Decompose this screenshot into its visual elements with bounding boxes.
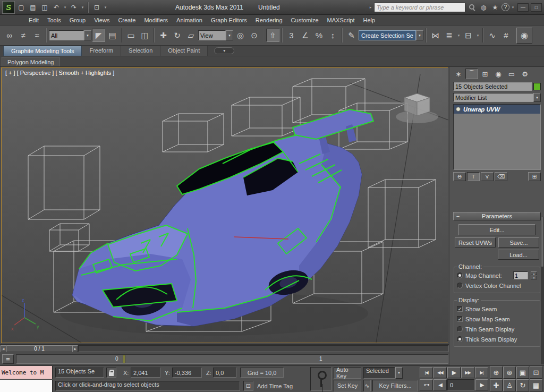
modifier-stack-item[interactable]: Unwrap UVW: [454, 105, 540, 114]
add-time-tag-button[interactable]: Add Time Tag: [257, 383, 293, 389]
time-tag-icon[interactable]: ⊡: [243, 381, 253, 391]
load-uvws-button[interactable]: Load...: [498, 250, 539, 260]
selection-filter-dropdown[interactable]: All ▾: [49, 30, 91, 40]
rollout-collapse-icon[interactable]: −: [454, 213, 462, 219]
named-selection-dropdown[interactable]: Create Selection Se ▾: [359, 30, 423, 40]
app-logo-icon[interactable]: S: [2, 1, 15, 14]
configure-modifier-sets-icon[interactable]: ⊞: [528, 172, 541, 181]
tab-graphite-modeling-tools[interactable]: Graphite Modeling Tools: [3, 46, 82, 56]
x-coordinate-input[interactable]: [131, 368, 160, 378]
minimize-button[interactable]: —: [517, 3, 529, 12]
selection-lock-toggle[interactable]: [106, 368, 116, 378]
select-and-manipulate-icon[interactable]: ⊙: [248, 29, 261, 42]
create-tab-icon[interactable]: ∗: [452, 69, 465, 79]
redo-icon[interactable]: ↷: [69, 2, 79, 13]
maximize-viewport-toggle-icon[interactable]: ▦: [530, 379, 542, 391]
y-coordinate-input[interactable]: [172, 368, 202, 378]
menu-create[interactable]: Create: [114, 15, 140, 25]
modify-tab-icon[interactable]: ⌒: [465, 69, 478, 79]
selection-name-field[interactable]: 15 Objects Selected: [453, 82, 532, 91]
time-forward-arrow[interactable]: ▸: [72, 345, 78, 352]
layout-caret-icon[interactable]: ▾: [103, 2, 108, 13]
viewport-label[interactable]: [ + ] [ Perspective ] [ Smooth + Highlig…: [5, 70, 114, 76]
default-tangents-button[interactable]: ∿: [363, 380, 371, 391]
go-to-start-button[interactable]: |◀: [420, 367, 433, 378]
track-bar-ruler[interactable]: 0 1: [16, 354, 448, 364]
maximize-button[interactable]: □: [531, 3, 542, 12]
angle-snap-icon[interactable]: ∠: [299, 29, 312, 42]
material-editor-button[interactable]: ◉: [516, 28, 532, 44]
favorites-icon[interactable]: ★: [490, 2, 500, 13]
menu-group[interactable]: Group: [65, 15, 90, 25]
time-back-arrow[interactable]: ◂: [1, 345, 6, 352]
select-and-rotate-icon[interactable]: ↻: [171, 29, 184, 42]
vertex-color-radio[interactable]: [457, 283, 463, 288]
set-key-button[interactable]: Set Key: [334, 380, 361, 391]
dropdown-arrow-icon[interactable]: ▾: [226, 30, 233, 40]
bind-to-space-warp-icon[interactable]: ≈: [30, 29, 44, 42]
tab-object-paint[interactable]: Object Paint: [160, 46, 208, 56]
zoom-region-icon[interactable]: ⊡: [530, 367, 542, 379]
parameters-rollout-header[interactable]: − Parameters: [453, 212, 541, 220]
menu-animation[interactable]: Animation: [172, 15, 207, 25]
layer-manager-icon[interactable]: ⊟: [462, 29, 475, 42]
auto-key-button[interactable]: Auto Key: [334, 367, 361, 379]
thin-seam-radio[interactable]: [457, 326, 463, 332]
go-to-end-button[interactable]: ▶|: [475, 367, 488, 378]
tab-freeform[interactable]: Freeform: [82, 46, 121, 56]
pin-stack-icon[interactable]: ⊖: [453, 172, 466, 181]
schematic-view-icon[interactable]: #: [499, 29, 513, 42]
map-channel-radio[interactable]: [457, 272, 463, 278]
spinner-snap-icon[interactable]: ↕: [326, 29, 339, 42]
thick-seam-radio[interactable]: [457, 336, 463, 342]
select-and-scale-icon[interactable]: ▱: [184, 29, 198, 42]
walk-through-icon[interactable]: ♙: [503, 379, 516, 391]
dropdown-arrow-icon[interactable]: ▾: [533, 93, 541, 102]
stack-splitter[interactable]: [450, 183, 544, 212]
save-file-icon[interactable]: ◫: [39, 2, 50, 13]
open-file-icon[interactable]: ▤: [28, 2, 38, 13]
select-object-icon[interactable]: ◤: [92, 29, 105, 42]
menu-tools[interactable]: Tools: [43, 15, 65, 25]
menu-views[interactable]: Views: [90, 15, 114, 25]
select-and-move-icon[interactable]: ✚: [157, 29, 170, 42]
search-input[interactable]: [374, 3, 465, 12]
select-and-link-icon[interactable]: ∞: [3, 29, 16, 42]
modifier-enable-icon[interactable]: [456, 107, 461, 112]
mirror-icon[interactable]: ⋈: [429, 29, 442, 42]
dropdown-arrow-icon[interactable]: ▾: [84, 30, 91, 40]
align-caret-icon[interactable]: ▾: [456, 30, 461, 41]
panel-polygon-modeling[interactable]: Polygon Modeling: [2, 57, 60, 66]
reset-uvws-button[interactable]: Reset UVWs: [455, 237, 496, 248]
spinner-down-icon[interactable]: ▾: [531, 276, 537, 279]
next-key-button[interactable]: ▶▶: [461, 367, 474, 378]
modifier-list-dropdown[interactable]: Modifier List ▾: [453, 92, 541, 103]
set-keys-button[interactable]: [310, 367, 332, 391]
menu-rendering[interactable]: Rendering: [251, 15, 287, 25]
percent-snap-icon[interactable]: %: [312, 29, 326, 42]
current-frame-input[interactable]: [447, 379, 474, 390]
help-icon[interactable]: ?: [502, 3, 509, 11]
redo-caret-icon[interactable]: ▾: [80, 2, 85, 13]
menu-customize[interactable]: Customize: [287, 15, 323, 25]
spinner-up-icon[interactable]: ▴: [531, 271, 537, 275]
ribbon-minimize-button[interactable]: ▾: [214, 47, 234, 54]
save-uvws-button[interactable]: Save...: [498, 237, 539, 248]
current-frame-marker[interactable]: [123, 355, 125, 363]
zoom-extents-all-icon[interactable]: ▣: [516, 367, 529, 379]
orbit-icon[interactable]: ↻: [516, 379, 529, 391]
undo-icon[interactable]: ↶: [51, 2, 62, 13]
edit-uvws-button[interactable]: Edit...: [458, 224, 536, 235]
command-panel-scrollbar[interactable]: [541, 217, 544, 364]
snap-toggle-3d-icon[interactable]: 3: [285, 29, 298, 42]
modifier-stack[interactable]: Unwrap UVW: [453, 104, 541, 170]
show-map-seam-checkbox[interactable]: ✓: [457, 316, 463, 322]
window-crossing-icon[interactable]: ◫: [138, 29, 151, 42]
communication-center-icon[interactable]: ◍: [478, 2, 489, 13]
object-color-swatch[interactable]: [533, 83, 541, 90]
menu-maxscript[interactable]: MAXScript: [323, 15, 359, 25]
menu-edit[interactable]: Edit: [24, 15, 43, 25]
search-icon[interactable]: [466, 2, 477, 13]
zoom-all-icon[interactable]: ⊛: [503, 367, 516, 379]
key-filters-button[interactable]: Key Filters...: [372, 380, 418, 391]
